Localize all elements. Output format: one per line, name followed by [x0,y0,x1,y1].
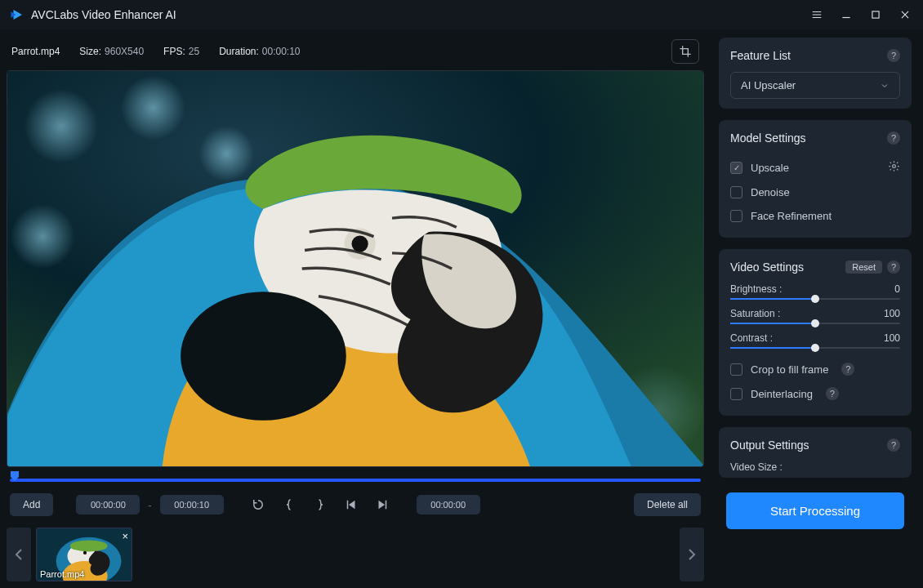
close-button[interactable] [897,7,913,23]
timeline[interactable] [7,474,704,482]
mark-in-button[interactable] [278,493,301,516]
upscale-settings-button[interactable] [888,160,900,175]
size-info: Size:960X540 [79,46,144,57]
duration-info: Duration:00:00:10 [219,46,300,57]
thumbnail-label: Parrot.mp4 [40,569,84,579]
model-settings-title: Model Settings [730,131,806,145]
upscale-label: Upscale [751,162,789,174]
denoise-label: Denoise [751,186,790,198]
face-refinement-checkbox[interactable] [730,210,742,222]
feature-select-value: AI Upscaler [741,79,796,91]
chevron-left-icon [15,549,23,560]
playhead-field[interactable]: 00:00:00 [417,495,480,514]
file-info-bar: Parrot.mp4 Size:960X540 FPS:25 Duration:… [7,36,704,70]
brace-right-icon [313,497,328,512]
thumbnail-strip: × Parrot.mp4 [7,528,704,581]
face-refinement-row[interactable]: Face Refinement [730,204,900,228]
deinterlace-row[interactable]: Deinterlacing ? [730,381,900,406]
model-settings-help[interactable]: ? [887,131,900,145]
upscale-checkbox[interactable] [730,162,742,174]
video-preview[interactable] [7,70,704,467]
svg-point-2 [25,90,98,163]
denoise-row[interactable]: Denoise [730,180,900,204]
saturation-slider[interactable]: Saturation :100 [730,308,900,324]
brightness-value: 0 [894,283,900,295]
crop-fill-row[interactable]: Crop to fill frame ? [730,357,900,381]
deinterlace-checkbox[interactable] [730,388,742,400]
close-icon [899,9,911,20]
remove-clip-button[interactable]: × [122,530,128,542]
mark-out-button[interactable] [309,493,332,516]
menu-button[interactable] [809,7,825,23]
minimize-button[interactable] [838,7,854,23]
feature-select[interactable]: AI Upscaler [730,72,900,99]
deinterlace-help[interactable]: ? [826,387,839,400]
gear-icon [888,160,900,172]
next-frame-button[interactable] [371,493,394,516]
svg-point-10 [351,235,368,252]
crop-button[interactable] [671,39,699,64]
app-title: AVCLabs Video Enhancer AI [31,8,176,21]
hamburger-icon [811,9,823,20]
delete-all-button[interactable]: Delete all [634,493,701,516]
timeline-track[interactable] [10,479,701,482]
svg-point-5 [11,204,75,269]
contrast-value: 100 [884,332,900,344]
feature-list-title: Feature List [730,49,791,62]
window-controls [809,7,913,23]
clip-thumbnail[interactable]: × Parrot.mp4 [36,528,132,581]
video-settings-title: Video Settings [730,261,804,274]
thumb-prev-button[interactable] [7,528,31,581]
preview-image [7,71,703,466]
playhead-indicator[interactable] [10,470,20,482]
maximize-icon [870,9,881,20]
face-refinement-label: Face Refinement [751,210,832,222]
svg-point-7 [181,292,346,421]
time-out-field[interactable]: 00:00:10 [160,495,224,514]
time-dash: - [148,499,151,511]
chevron-down-icon [880,81,890,91]
filename: Parrot.mp4 [11,46,60,57]
time-in-field[interactable]: 00:00:00 [76,495,140,514]
saturation-value: 100 [884,308,900,319]
brightness-slider[interactable]: Brightness :0 [730,283,900,300]
crop-fill-help[interactable]: ? [841,363,854,376]
settings-sidebar: Feature List ? AI Upscaler Model Setting… [711,29,923,588]
feature-list-help[interactable]: ? [887,49,900,62]
chevron-right-icon [688,549,696,560]
maximize-button[interactable] [867,7,884,23]
crop-fill-checkbox[interactable] [730,363,742,376]
playback-controls: Add 00:00:00 - 00:00:10 00:00:00 Delete … [7,482,704,528]
crop-fill-label: Crop to fill frame [751,363,828,376]
denoise-checkbox[interactable] [730,186,742,198]
video-settings-panel: Video Settings Reset ? Brightness :0 Sat… [719,249,912,416]
brace-left-icon [282,497,297,512]
output-settings-help[interactable]: ? [887,439,900,452]
svg-rect-0 [872,11,879,18]
skip-forward-icon [375,497,390,512]
titlebar: AVCLabs Video Enhancer AI [0,0,923,29]
output-settings-panel: Output Settings ? Video Size : [719,427,912,478]
svg-point-16 [70,541,108,552]
svg-point-18 [83,551,87,555]
main-area: Parrot.mp4 Size:960X540 FPS:25 Duration:… [0,29,711,588]
thumb-next-button[interactable] [680,528,704,581]
deinterlace-label: Deinterlacing [751,388,813,400]
prev-frame-button[interactable] [340,493,363,516]
logo-icon [10,7,25,22]
video-settings-help[interactable]: ? [887,261,900,274]
model-settings-panel: Model Settings ? Upscale Denoise Face Re… [719,120,912,238]
contrast-slider[interactable]: Contrast :100 [730,332,900,349]
crop-icon [679,45,692,58]
start-processing-button[interactable]: Start Processing [726,492,904,529]
svg-point-4 [199,127,255,182]
app-logo: AVCLabs Video Enhancer AI [10,7,176,22]
undo-icon [251,497,265,512]
fps-info: FPS:25 [163,46,199,57]
upscale-row[interactable]: Upscale [730,154,900,180]
reset-button[interactable]: Reset [845,261,882,274]
brightness-label: Brightness : [730,283,782,295]
undo-button[interactable] [247,493,270,516]
skip-back-icon [344,497,359,512]
add-button[interactable]: Add [10,493,53,516]
